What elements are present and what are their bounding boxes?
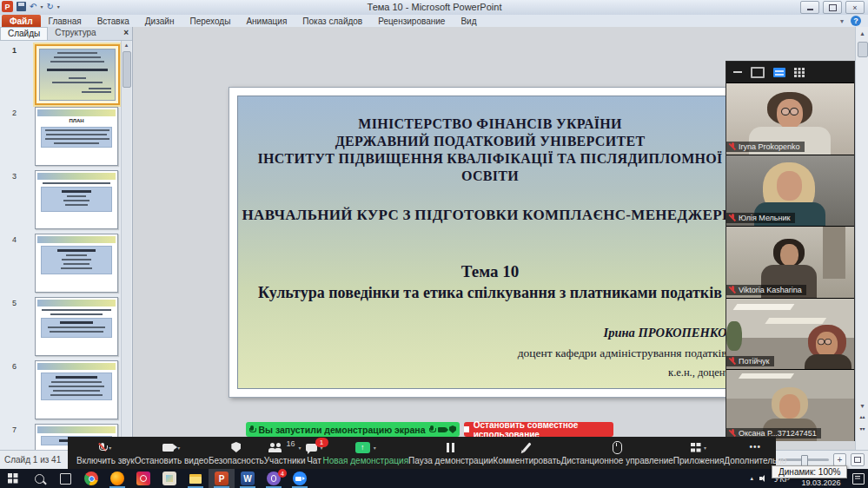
taskbar-search-button[interactable] [26, 469, 52, 488]
save-icon[interactable] [17, 2, 26, 11]
taskbar-chrome[interactable] [78, 469, 104, 488]
slide-content: МІНІСТЕРСТВО ФІНАНСІВ УКРАЇНИ ДЕРЖАВНИЙ … [237, 96, 743, 389]
tab-design[interactable]: Дизайн [137, 15, 182, 27]
annotate-button[interactable]: Комментировать [494, 441, 561, 465]
qat-customize-icon[interactable]: ▾ [57, 3, 60, 10]
tab-slides[interactable]: Слайды [0, 27, 48, 40]
window-title: Тема 10 - Microsoft PowerPoint [261, 2, 608, 12]
minimize-panel-icon[interactable] [733, 71, 742, 73]
chevron-down-icon[interactable]: ▾ [177, 445, 180, 451]
powerpoint-logo-icon[interactable]: P [2, 1, 13, 12]
slide-author-role: доцент кафедри адміністрування податків, [518, 346, 730, 360]
maximize-button[interactable] [823, 1, 842, 14]
new-share-button[interactable]: ↑ ▾ Новая демонстрация [323, 441, 409, 465]
task-view-button[interactable] [52, 469, 78, 488]
chrome-icon [84, 472, 98, 485]
taskbar-firefox[interactable] [104, 469, 130, 488]
more-button[interactable]: ••• Дополнительно [724, 441, 786, 465]
taskbar-instagram[interactable] [130, 469, 156, 488]
undo-dropdown-icon[interactable]: ▾ [40, 3, 43, 10]
chat-button[interactable]: 1 ▾ Чат [306, 441, 323, 465]
remote-control-button[interactable]: Дистанционное управление [560, 441, 673, 465]
participant-tile[interactable]: Юлія Мельник [726, 155, 854, 227]
taskbar-viber[interactable]: 4 [261, 469, 287, 488]
taskbar-powerpoint[interactable]: P [209, 469, 235, 488]
redo-icon[interactable]: ↻ [46, 2, 53, 11]
tab-file[interactable]: Файл [2, 15, 41, 27]
scrollbar-thumb[interactable] [858, 42, 868, 57]
taskbar-photos[interactable] [156, 469, 182, 488]
participant-tile[interactable]: Viktoria Kasharina [726, 226, 854, 298]
scrollbar-thumb[interactable] [123, 51, 131, 88]
shield-status-icon [449, 425, 456, 433]
panel-scrollbar[interactable]: ▴ [121, 41, 131, 449]
taskbar-word[interactable]: W [235, 469, 261, 488]
instagram-icon [136, 472, 150, 485]
thumb-number: 3 [12, 172, 17, 181]
speaker-icon[interactable] [759, 474, 768, 483]
tab-animation[interactable]: Анимация [238, 15, 295, 27]
tab-slideshow[interactable]: Показ слайдов [295, 15, 370, 27]
zoom-app-icon [293, 472, 307, 485]
participant-tile[interactable]: Iryna Prokopenko [726, 82, 854, 155]
action-center-icon[interactable] [852, 473, 865, 485]
single-view-icon[interactable] [751, 67, 765, 78]
scroll-up-icon[interactable]: ▴ [856, 30, 868, 37]
main-scrollbar[interactable]: ▴ ▾ ▴▴ ▾▾ [855, 27, 868, 450]
fit-to-window-icon[interactable] [851, 453, 865, 466]
speaker-view-icon[interactable] [773, 68, 785, 77]
close-button[interactable]: × [845, 1, 865, 14]
apps-button[interactable]: ▾ Приложения [673, 441, 725, 465]
zoom-in-button[interactable]: + [833, 453, 846, 466]
slide-thumbnail-6[interactable]: 6 [0, 360, 132, 419]
mic-muted-icon [729, 286, 736, 294]
hidden-icons-chevron[interactable]: ▴ [751, 475, 754, 482]
slide-thumbnail-1[interactable]: 1 [0, 44, 132, 105]
next-slide-button[interactable]: ▾▾ [856, 427, 868, 432]
help-icon[interactable]: ? [851, 16, 861, 26]
slide-counter: Слайд 1 из 41 [4, 455, 61, 465]
chevron-down-icon[interactable]: ▾ [109, 445, 111, 451]
tab-insert[interactable]: Вставка [89, 15, 137, 27]
tab-review[interactable]: Рецензирование [370, 15, 453, 27]
participant-tile[interactable]: Оксана Р...371247451 [726, 369, 854, 441]
chevron-down-icon[interactable]: ▾ [299, 445, 301, 451]
chevron-down-icon[interactable]: ▾ [704, 445, 706, 451]
ribbon-expand-icon[interactable]: ▾ [840, 17, 844, 25]
participants-count: 16 [287, 439, 295, 448]
taskbar-zoom[interactable] [287, 469, 313, 488]
pause-share-button[interactable]: Пауза демонстрации [408, 441, 494, 465]
gallery-view-icon[interactable] [794, 68, 805, 77]
stop-video-button[interactable]: ▾ Остановить видео [135, 441, 209, 465]
slide-thumbnail-4[interactable]: 4 [0, 234, 132, 294]
stop-share-button[interactable]: Остановить совместное использование [464, 422, 613, 437]
participant-tile[interactable]: Потійчук [726, 298, 854, 370]
slide-canvas[interactable]: МІНІСТЕРСТВО ФІНАНСІВ УКРАЇНИ ДЕРЖАВНИЙ … [229, 87, 752, 398]
tab-outline[interactable]: Структура [48, 27, 103, 40]
participant-name: Потійчук [739, 357, 770, 366]
panel-close-icon[interactable]: × [123, 28, 129, 37]
tab-transitions[interactable]: Переходы [182, 15, 238, 27]
security-button[interactable]: Безопасность [209, 441, 264, 465]
thumb-number: 5 [12, 299, 17, 307]
mic-status-icon [429, 425, 434, 433]
start-button[interactable] [0, 469, 26, 488]
slide-thumbnail-2[interactable]: 2 ПЛАН [0, 107, 132, 168]
task-view-icon [60, 473, 71, 485]
participant-name: Iryna Prokopenko [739, 142, 800, 151]
mic-muted-icon [729, 357, 736, 366]
tab-view[interactable]: Вид [453, 15, 484, 27]
tab-home[interactable]: Главная [41, 15, 89, 27]
minimize-button[interactable] [800, 1, 819, 14]
scroll-up-icon[interactable]: ▴ [122, 42, 131, 49]
participants-button[interactable]: 16 ▾ Участники [264, 441, 306, 465]
previous-slide-button[interactable]: ▴▴ [856, 415, 868, 419]
taskbar-explorer[interactable] [182, 469, 209, 488]
scroll-down-icon[interactable]: ▾ [856, 402, 868, 410]
unmute-button[interactable]: ▾ Включить звук [76, 441, 135, 465]
shield-icon [231, 442, 241, 452]
slide-thumbnail-5[interactable]: 5 [0, 297, 132, 356]
chevron-down-icon[interactable]: ▾ [374, 445, 376, 451]
undo-icon[interactable]: ↶ [30, 2, 36, 11]
slide-thumbnail-3[interactable]: 3 [0, 170, 132, 231]
